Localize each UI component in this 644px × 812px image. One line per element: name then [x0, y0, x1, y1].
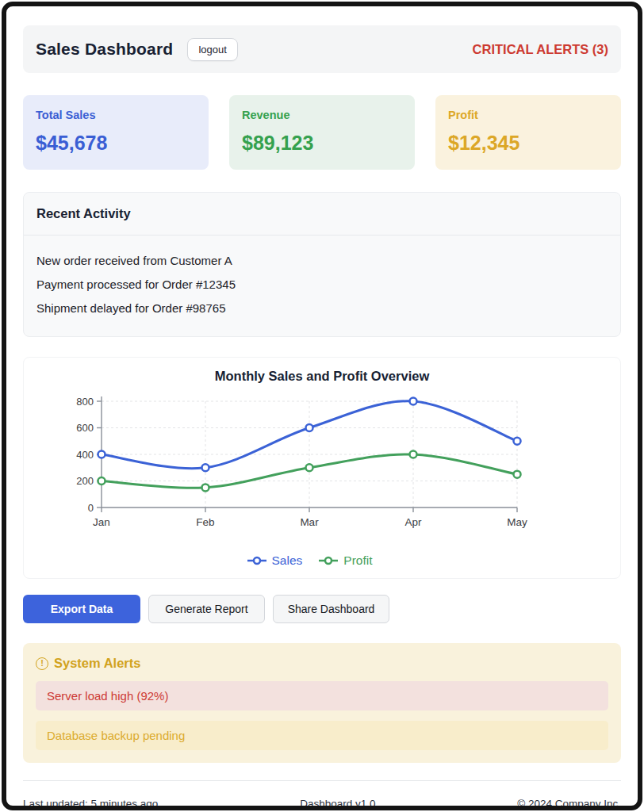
x-tick-label: Feb — [196, 516, 214, 528]
stat-value: $12,345 — [448, 132, 608, 155]
chart-panel: Monthly Sales and Profit Overview 020040… — [23, 357, 621, 579]
recent-activity-title: Recent Activity — [24, 193, 620, 236]
legend-item-sales[interactable]: Sales — [247, 553, 303, 568]
footer-version: Dashboard v1.0 — [158, 798, 517, 810]
alert-row-warning: Database backup pending — [36, 721, 608, 750]
legend-marker-icon — [318, 556, 339, 565]
header-bar: Sales Dashboard logout CRITICAL ALERTS (… — [23, 25, 621, 73]
data-point-sales — [306, 424, 313, 431]
data-point-profit — [514, 471, 521, 478]
stat-card-profit: Profit $12,345 — [435, 95, 621, 170]
system-alerts-panel: ! System Alerts Server load high (92%) D… — [23, 643, 621, 763]
footer-copyright: © 2024 Company Inc. — [517, 798, 621, 810]
stat-value: $45,678 — [36, 132, 196, 155]
legend-label: Profit — [343, 553, 372, 568]
footer-last-updated: Last updated: 5 minutes ago — [23, 798, 158, 810]
x-tick-label: Apr — [404, 516, 422, 528]
share-dashboard-button[interactable]: Share Dashboard — [273, 595, 389, 623]
stat-cards-row: Total Sales $45,678 Revenue $89,123 Prof… — [23, 95, 621, 170]
recent-activity-list: New order received from Customer A Payme… — [24, 236, 620, 336]
legend-marker-icon — [247, 556, 267, 565]
chart-title: Monthly Sales and Profit Overview — [24, 369, 620, 384]
stat-card-total-sales: Total Sales $45,678 — [23, 95, 209, 170]
activity-item: New order received from Customer A — [36, 249, 608, 273]
alert-circle-icon: ! — [36, 657, 48, 670]
system-alerts-title: System Alerts — [54, 656, 140, 671]
x-tick-label: Mar — [300, 516, 319, 528]
critical-alerts-badge[interactable]: CRITICAL ALERTS (3) — [473, 42, 608, 57]
x-tick-label: May — [507, 516, 527, 528]
activity-item: Shipment delayed for Order #98765 — [36, 297, 608, 320]
stat-label: Total Sales — [36, 109, 196, 121]
data-point-sales — [514, 438, 521, 445]
data-point-profit — [98, 477, 105, 485]
logout-button[interactable]: logout — [187, 38, 237, 61]
stat-value: $89,123 — [242, 132, 402, 155]
activity-item: Payment processed for Order #12345 — [36, 273, 608, 297]
data-point-profit — [410, 451, 417, 458]
stat-card-revenue: Revenue $89,123 — [229, 95, 415, 170]
data-point-profit — [306, 464, 313, 471]
y-tick-label: 200 — [76, 475, 94, 487]
line-chart-svg: 0200400600800JanFebMarAprMay — [48, 387, 571, 549]
legend-item-profit[interactable]: Profit — [318, 553, 372, 568]
legend-label: Sales — [272, 553, 303, 568]
y-tick-label: 400 — [76, 449, 94, 461]
y-tick-label: 600 — [76, 422, 94, 434]
export-data-button[interactable]: Export Data — [23, 595, 140, 623]
y-tick-label: 0 — [88, 502, 94, 514]
chart-legend: Sales Profit — [48, 553, 571, 568]
x-tick-label: Jan — [93, 516, 110, 528]
recent-activity-panel: Recent Activity New order received from … — [23, 192, 621, 337]
line-chart: 0200400600800JanFebMarAprMay Sales Profi… — [48, 387, 571, 568]
footer: Last updated: 5 minutes ago Dashboard v1… — [23, 780, 621, 810]
stat-label: Profit — [448, 109, 608, 121]
system-alerts-header: ! System Alerts — [36, 656, 608, 671]
page-title: Sales Dashboard — [36, 40, 173, 59]
data-point-sales — [202, 464, 209, 471]
alert-row-critical: Server load high (92%) — [36, 681, 608, 710]
y-tick-label: 800 — [76, 396, 94, 408]
generate-report-button[interactable]: Generate Report — [148, 595, 265, 623]
action-buttons-row: Export Data Generate Report Share Dashbo… — [23, 595, 621, 623]
data-point-profit — [202, 484, 209, 491]
stat-label: Revenue — [242, 109, 402, 121]
data-point-sales — [98, 451, 105, 458]
data-point-sales — [410, 398, 417, 405]
dashboard-page: Sales Dashboard logout CRITICAL ALERTS (… — [2, 2, 642, 810]
